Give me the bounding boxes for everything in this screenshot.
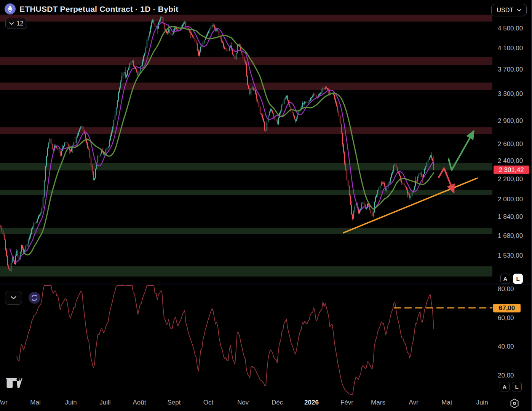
ethereum-icon — [5, 3, 16, 14]
price-tick-label: 1 530,00 — [498, 252, 523, 260]
time-label-month: Avr — [0, 399, 20, 406]
currency-dropdown[interactable]: USDT — [491, 4, 527, 16]
time-label-year: 2026 — [294, 399, 329, 406]
indicator-tick-label: 80,00 — [498, 285, 514, 293]
time-label-month: Mai — [430, 399, 464, 406]
indicator-log-scale-button[interactable]: L — [512, 382, 522, 392]
time-label-month: Nov — [226, 399, 260, 406]
price-tick-label: 3 700,00 — [498, 66, 523, 73]
currency-value: USDT — [497, 7, 513, 14]
main-auto-scale-button[interactable]: A — [500, 274, 510, 284]
price-tick-label: 4 500,00 — [498, 25, 523, 32]
chevron-down-icon — [11, 296, 16, 299]
time-label-month: Déc — [260, 399, 294, 406]
time-label-month: Févr — [330, 399, 364, 406]
indicator-auto-scale-button[interactable]: A — [500, 382, 510, 392]
time-label-month: Sept — [157, 399, 191, 406]
chart-canvas[interactable] — [0, 0, 532, 411]
settings-hexagon-icon[interactable] — [509, 398, 520, 411]
time-label-month: Juin — [54, 399, 88, 406]
time-label-month: Août — [122, 399, 157, 406]
time-label-month: Juin — [465, 399, 499, 406]
time-label-month: Juill — [88, 399, 122, 406]
symbol-header: ETHUSDT Perpetual Contract · 1D · Bybit — [5, 3, 178, 14]
symbol-title[interactable]: ETHUSDT Perpetual Contract · 1D · Bybit — [19, 5, 178, 14]
price-tick-label: 2 600,00 — [498, 140, 523, 148]
chevron-down-icon — [517, 9, 521, 12]
indicator-tick-label: 60,00 — [498, 314, 514, 322]
tradingview-logo[interactable] — [5, 376, 22, 390]
legend-collapse-button[interactable]: 12 — [5, 18, 27, 29]
price-tick-label: 2 200,00 — [498, 175, 523, 183]
price-tick-label: 1 840,00 — [498, 213, 523, 221]
chart-pane[interactable] — [0, 0, 532, 411]
main-log-scale-button[interactable]: L — [513, 274, 523, 284]
time-label-month: Mai — [18, 399, 53, 406]
price-tick-label: 2 900,00 — [498, 117, 523, 125]
price-tick-label: 1 680,00 — [498, 232, 523, 240]
price-tick-label: 3 300,00 — [498, 90, 523, 98]
indicator-tick-label: 40,00 — [498, 343, 514, 350]
indicator-tick-label: 20,00 — [498, 372, 514, 379]
price-tick-label: 2 400,00 — [498, 157, 523, 165]
time-label-month: Mars — [361, 399, 395, 406]
indicator-level-badge: 67,00 — [493, 304, 521, 312]
chevron-down-icon — [9, 22, 14, 25]
time-label-month: Oct — [191, 399, 225, 406]
time-label-month: Avr — [396, 399, 431, 406]
tradingview-chart-window: ETHUSDT Perpetual Contract · 1D · Bybit … — [0, 0, 532, 411]
price-tick-label: 4 100,00 — [498, 45, 523, 52]
price-tick-label: 2 000,00 — [498, 196, 523, 203]
legend-value: 12 — [17, 20, 24, 27]
indicator-refresh-icon[interactable] — [29, 292, 40, 304]
indicator-collapse-button[interactable] — [5, 291, 22, 305]
last-price-badge: 2 301,42 — [494, 166, 529, 174]
